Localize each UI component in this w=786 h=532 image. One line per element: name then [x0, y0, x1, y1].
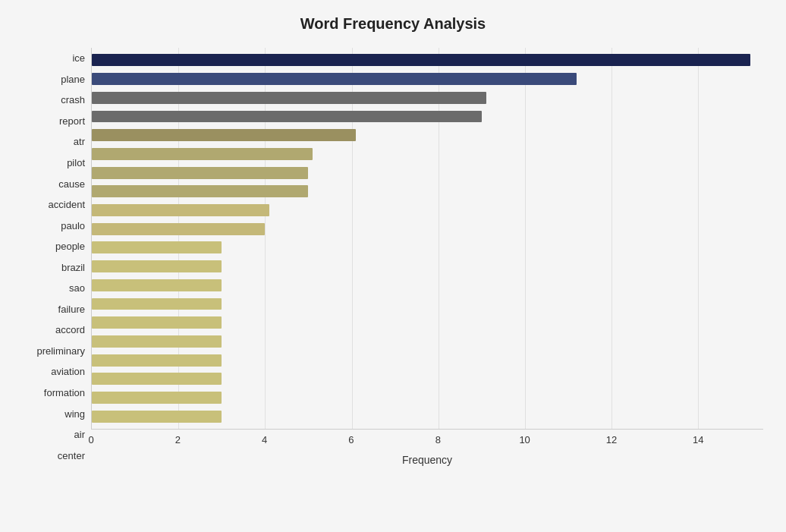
bar-row-cause — [92, 163, 763, 182]
bar-row-pilot — [92, 145, 763, 164]
y-label-accident: accident — [23, 200, 85, 209]
x-tick-14: 14 — [693, 434, 703, 445]
bar-report — [92, 111, 482, 123]
bar-row-wing — [92, 370, 763, 389]
y-label-paulo: paulo — [23, 221, 85, 231]
y-label-sao: sao — [23, 283, 85, 293]
bar-accident — [92, 185, 308, 197]
y-label-brazil: brazil — [23, 263, 85, 272]
y-label-atr: atr — [23, 137, 85, 146]
bars-and-x: 02468101214 Frequency — [91, 48, 763, 466]
x-tick-0: 0 — [88, 434, 93, 445]
bar-ice — [92, 54, 750, 66]
bar-aviation — [92, 335, 222, 348]
bar-row-accord — [92, 294, 763, 313]
bar-row-report — [92, 107, 763, 126]
bar-formation — [92, 354, 222, 367]
y-axis-labels: iceplanecrashreportatrpilotcauseaccident… — [23, 48, 91, 466]
bar-brazil — [92, 241, 222, 253]
y-label-pilot: pilot — [23, 158, 85, 168]
bar-row-people — [92, 219, 763, 238]
y-label-formation: formation — [23, 388, 85, 398]
y-label-cause: cause — [23, 179, 85, 189]
bar-row-accident — [92, 182, 763, 201]
y-label-people: people — [23, 241, 85, 251]
y-label-air: air — [23, 430, 85, 439]
bar-pilot — [92, 148, 313, 160]
x-tick-10: 10 — [519, 434, 530, 445]
bar-plane — [92, 73, 577, 85]
y-label-crash: crash — [23, 95, 85, 105]
bar-row-aviation — [92, 332, 763, 351]
y-label-preliminary: preliminary — [23, 346, 85, 356]
bar-atr — [92, 129, 356, 141]
x-tick-8: 8 — [435, 434, 441, 445]
bar-people — [92, 223, 265, 235]
bar-row-sao — [92, 257, 763, 276]
x-tick-12: 12 — [606, 434, 617, 445]
y-label-report: report — [23, 116, 85, 126]
bar-row-atr — [92, 126, 763, 145]
y-label-center: center — [23, 451, 85, 461]
bar-row-brazil — [92, 238, 763, 257]
y-label-ice: ice — [23, 53, 85, 63]
bar-sao — [92, 260, 222, 272]
bar-failure — [92, 279, 222, 291]
bar-paulo — [92, 204, 269, 216]
bar-wing — [92, 373, 222, 385]
bar-air — [92, 392, 222, 404]
bar-row-formation — [92, 351, 763, 370]
bar-accord — [92, 298, 222, 310]
x-tick-4: 4 — [262, 434, 267, 445]
x-axis-title: Frequency — [91, 454, 763, 466]
bar-row-air — [92, 389, 763, 408]
bar-cause — [92, 167, 308, 179]
bar-row-center — [92, 407, 763, 426]
chart-title: Word Frequency Analysis — [23, 15, 763, 33]
bar-row-crash — [92, 88, 763, 107]
x-tick-2: 2 — [175, 434, 181, 445]
chart-area: iceplanecrashreportatrpilotcauseaccident… — [23, 48, 763, 466]
y-label-accord: accord — [23, 325, 85, 335]
y-label-wing: wing — [23, 409, 85, 419]
bar-row-preliminary — [92, 313, 763, 332]
bar-row-plane — [92, 70, 763, 89]
chart-container: Word Frequency Analysis iceplanecrashrep… — [0, 0, 786, 532]
bar-row-failure — [92, 275, 763, 294]
bar-row-ice — [92, 51, 763, 70]
bar-preliminary — [92, 316, 222, 329]
x-tick-6: 6 — [348, 434, 354, 445]
bar-crash — [92, 92, 486, 104]
y-label-aviation: aviation — [23, 367, 85, 376]
bars-section — [91, 48, 763, 430]
bar-row-paulo — [92, 201, 763, 220]
bar-center — [92, 411, 222, 423]
y-label-plane: plane — [23, 74, 85, 84]
y-label-failure: failure — [23, 304, 85, 314]
